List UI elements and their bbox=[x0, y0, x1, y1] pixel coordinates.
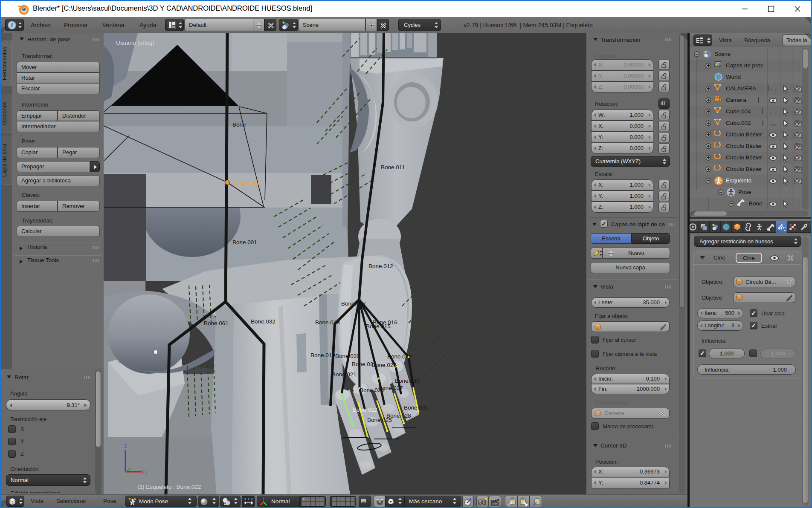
svg-text:x: x bbox=[141, 468, 144, 475]
svg-text:Bone.021: Bone.021 bbox=[332, 371, 357, 378]
svg-text:Bone: Bone bbox=[232, 121, 246, 128]
svg-text:(2) Esqueleto : Bone.022: (2) Esqueleto : Bone.022 bbox=[137, 484, 201, 490]
svg-text:Bone.030: Bone.030 bbox=[395, 378, 420, 384]
svg-text:Bone.031: Bone.031 bbox=[404, 404, 429, 411]
svg-text:Bone.012: Bone.012 bbox=[368, 263, 393, 269]
svg-text:Bone.029: Bone.029 bbox=[387, 353, 412, 360]
svg-text:Bone.028: Bone.028 bbox=[386, 413, 411, 419]
svg-text:Bone.026: Bone.026 bbox=[372, 362, 397, 368]
svg-text:Bone.019: Bone.019 bbox=[310, 352, 335, 358]
svg-text:Bone.032: Bone.032 bbox=[251, 318, 276, 325]
svg-text:Bone.027: Bone.027 bbox=[378, 385, 403, 391]
svg-text:Bone.001: Bone.001 bbox=[232, 239, 257, 245]
svg-text:Esqueleto: Esqueleto bbox=[233, 180, 259, 186]
svg-text:Bone.015: Bone.015 bbox=[366, 323, 391, 329]
svg-text:Bone.011: Bone.011 bbox=[381, 164, 405, 170]
svg-text:i: i bbox=[11, 22, 13, 29]
svg-text:Bone.022: Bone.022 bbox=[353, 407, 377, 413]
svg-text:Bone.061: Bone.061 bbox=[204, 320, 229, 326]
svg-text:z: z bbox=[124, 442, 127, 449]
svg-text:Bone.020: Bone.020 bbox=[335, 353, 360, 359]
svg-text:y: y bbox=[145, 468, 148, 475]
svg-text:Bone.017: Bone.017 bbox=[341, 300, 366, 307]
svg-text:Usuario (ortog): Usuario (ortog) bbox=[116, 40, 154, 46]
svg-text:Bone.018: Bone.018 bbox=[315, 319, 340, 326]
